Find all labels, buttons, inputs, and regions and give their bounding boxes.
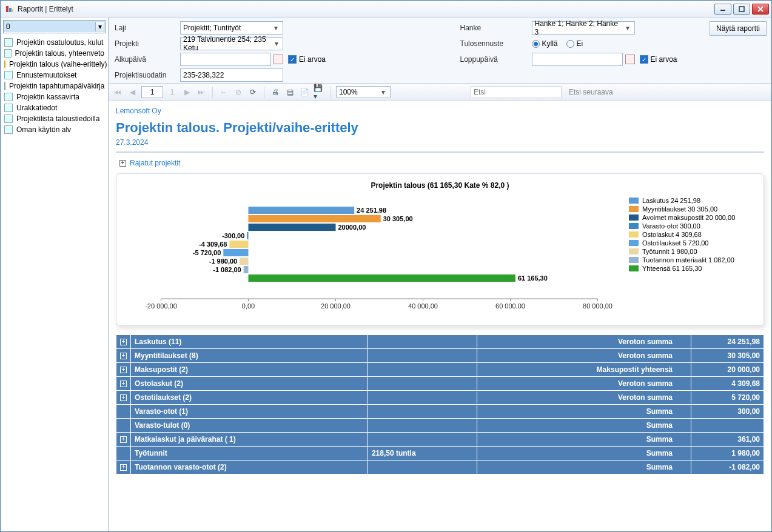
sidebar-item[interactable]: Projektin kassavirta — [2, 91, 107, 102]
row-name: Ostolaskut (2) — [131, 377, 368, 391]
loppupaiwa-input[interactable] — [532, 53, 623, 66]
sidebar-item-label: Projektin tapahtumapäiväkirja — [9, 82, 104, 90]
company-link[interactable]: Lemonsoft Oy — [116, 107, 764, 115]
sidebar-item[interactable]: Projektin osatuloutus, kulut — [2, 37, 107, 48]
pagesetup-icon[interactable]: 📄 — [299, 87, 310, 98]
show-report-button[interactable]: Näytä raportti — [710, 21, 767, 36]
row-hours — [368, 335, 477, 349]
main-panel: Näytä raportti Laji Projektit; Tuntityöt… — [109, 18, 771, 531]
sidebar-item[interactable]: Projektilista taloustiedoilla — [2, 113, 107, 124]
legend-item: Tuotannon materiaalit 1 082,00 — [629, 256, 756, 264]
sidebar-item[interactable]: Ennustemuutokset — [2, 70, 107, 81]
report-icon — [4, 38, 13, 47]
projekti-combo[interactable]: 219 Talviunentie 254; 235 Ketu▾ — [180, 37, 283, 50]
titlebar[interactable]: Raportit | Erittelyt — [1, 1, 771, 18]
hanke-combo[interactable]: Hanke 1; Hanke 2; Hanke 3▾ — [532, 21, 635, 35]
laji-combo[interactable]: Projektit; Tuntityöt▾ — [180, 21, 283, 35]
svg-text:80 000,00: 80 000,00 — [583, 302, 613, 310]
next-page-icon[interactable]: ▶ — [181, 87, 192, 98]
summary-row[interactable]: +Maksupostit (2)Maksupostit yhteensä20 0… — [116, 363, 764, 377]
minimize-button[interactable] — [714, 4, 731, 15]
first-page-icon[interactable]: ⏮ — [112, 87, 123, 98]
sidebar-filter-input[interactable] — [4, 21, 105, 32]
svg-text:24 251,98: 24 251,98 — [357, 207, 386, 214]
summary-row[interactable]: Työtunnit218,50 tuntiaSumma1 980,00 — [116, 447, 764, 461]
row-mid-label: Veroton summa — [477, 335, 691, 349]
alku-eiarvoa-check[interactable]: ✓Ei arvoa — [288, 55, 414, 64]
alkupaiwa-input[interactable] — [180, 53, 271, 66]
summary-row[interactable]: +Tuotannon varasto-otot (2)Summa-1 082,0… — [116, 461, 764, 474]
find-next-link[interactable]: Etsi seuraava — [569, 88, 613, 96]
summary-row[interactable]: Varasto-otot (1)Summa300,00 — [116, 405, 764, 419]
sidebar-filter[interactable]: ▾ — [3, 20, 106, 33]
app-icon — [5, 5, 14, 13]
maximize-button[interactable] — [733, 4, 750, 15]
sidebar-item[interactable]: Projektin talous, yhteenveto — [2, 48, 107, 59]
report-area[interactable]: Lemonsoft Oy Projektin talous. Projekti/… — [109, 101, 771, 531]
legend-item: Työtunnit 1 980,00 — [629, 248, 756, 255]
back-icon[interactable]: ← — [218, 87, 229, 98]
svg-text:30 305,00: 30 305,00 — [383, 215, 413, 222]
expand-icon[interactable]: + — [120, 436, 127, 443]
report-icon — [4, 49, 12, 58]
summary-row[interactable]: Varasto-tulot (0)Summa — [116, 419, 764, 433]
expand-icon[interactable]: + — [120, 367, 127, 373]
radio-ei[interactable] — [566, 40, 574, 48]
row-hours — [368, 433, 477, 447]
stop-icon[interactable]: ⊘ — [233, 87, 244, 98]
svg-text:-300,00: -300,00 — [222, 232, 244, 239]
loppu-eiarvoa-check[interactable]: ✓Ei arvoa — [640, 55, 766, 64]
legend-item: Ostolaskut 4 309,68 — [629, 231, 756, 238]
expand-icon[interactable]: + — [120, 339, 127, 345]
projektisuodatin-input[interactable]: 235-238,322 — [180, 68, 283, 82]
close-button[interactable] — [752, 4, 769, 15]
report-icon — [4, 125, 13, 134]
summary-row[interactable]: +Ostotilaukset (2)Veroton summa5 720,00 — [116, 391, 764, 405]
radio-kylla[interactable] — [532, 40, 540, 48]
expand-icon[interactable]: + — [120, 381, 127, 387]
svg-text:40 000,00: 40 000,00 — [408, 302, 438, 310]
report-icon — [4, 104, 13, 112]
expand-icon[interactable]: + — [120, 353, 127, 359]
row-name: Varasto-otot (1) — [131, 405, 368, 419]
report-title: Projektin talous. Projekti/vaihe-erittel… — [116, 120, 764, 136]
find-input[interactable] — [471, 86, 562, 98]
summary-row[interactable]: +Ostolaskut (2)Veroton summa4 309,68 — [116, 377, 764, 391]
row-name: Myyntitilaukset (8) — [131, 349, 368, 363]
sidebar-item-label: Urakkatiedot — [16, 104, 57, 112]
export-icon[interactable]: 💾▾ — [314, 87, 324, 98]
rajatut-toggle[interactable]: + Rajatut projektit — [119, 159, 764, 167]
calendar-icon[interactable] — [274, 55, 283, 64]
page-number-input[interactable] — [141, 86, 163, 98]
row-mid-label: Maksupostit yhteensä — [477, 363, 691, 377]
expand-icon[interactable]: + — [119, 160, 126, 167]
legend-label: Ostolaskut 4 309,68 — [642, 231, 702, 238]
legend-swatch — [629, 231, 639, 238]
last-page-icon[interactable]: ⏭ — [196, 87, 207, 98]
sidebar-item[interactable]: Projektin tapahtumapäiväkirja — [2, 81, 107, 91]
layout-icon[interactable]: ▤ — [284, 87, 295, 98]
prev-page-icon[interactable]: ◀ — [127, 87, 138, 98]
sidebar-item[interactable]: Oman käytön alv — [2, 124, 107, 135]
sidebar-filter-dropdown[interactable]: ▾ — [95, 22, 104, 32]
summary-row[interactable]: +Laskutus (11)Veroton summa24 251,98 — [116, 335, 764, 349]
summary-row[interactable]: +Matkalaskut ja päivärahat ( 1)Summa361,… — [116, 433, 764, 447]
sidebar-item[interactable]: Projektin talous (vaihe-erittely) — [2, 59, 107, 70]
expand-icon[interactable]: + — [120, 394, 127, 401]
sidebar-item[interactable]: Urakkatiedot — [2, 102, 107, 113]
calendar-icon[interactable] — [625, 55, 635, 64]
svg-text:-1 980,00: -1 980,00 — [209, 258, 237, 265]
sidebar-item-label: Projektin osatuloutus, kulut — [16, 38, 103, 47]
row-value: 5 720,00 — [691, 391, 764, 405]
legend-item: Myyntitilaukset 30 305,00 — [629, 205, 756, 213]
legend-label: Ostotilaukset 5 720,00 — [642, 239, 708, 247]
zoom-select[interactable]: 100%▾ — [336, 86, 391, 98]
svg-rect-22 — [249, 215, 381, 222]
summary-row[interactable]: +Myyntitilaukset (8)Veroton summa30 305,… — [116, 349, 764, 363]
expand-icon[interactable]: + — [120, 464, 127, 471]
legend-item: Yhteensä 61 165,30 — [629, 265, 756, 272]
legend-item: Laskutus 24 251,98 — [629, 197, 756, 204]
label-projekti: Projekti — [115, 39, 175, 48]
print-icon[interactable]: 🖨 — [270, 87, 281, 98]
refresh-icon[interactable]: ⟳ — [247, 87, 258, 98]
